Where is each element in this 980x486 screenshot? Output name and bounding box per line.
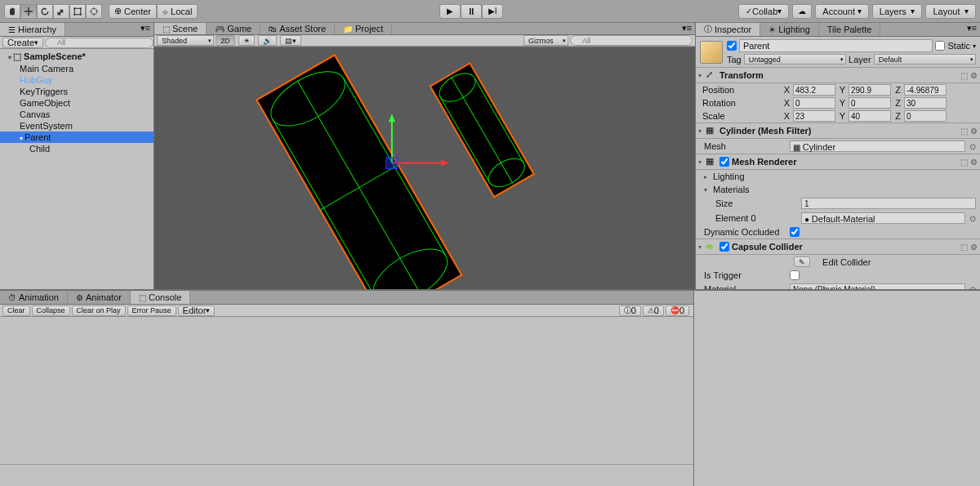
pos-y[interactable] xyxy=(849,84,891,96)
hierarchy-item[interactable]: Child xyxy=(0,143,154,154)
static-checkbox[interactable] xyxy=(935,41,945,51)
renderer-enabled[interactable] xyxy=(719,157,729,167)
scene-viewport[interactable] xyxy=(154,47,695,289)
layout-button[interactable]: Layout ▾ xyxy=(925,4,976,19)
hierarchy-item[interactable]: EventSystem xyxy=(0,120,154,132)
transform-icon: ⤢ xyxy=(706,69,717,81)
inspector-tab[interactable]: ⓘ Inspector xyxy=(696,23,760,36)
hierarchy-item[interactable]: Canvas xyxy=(0,109,154,120)
panel-menu-icon[interactable]: ▾≡ xyxy=(137,23,154,36)
error-pause-button[interactable]: Error Pause xyxy=(127,305,176,316)
mesh-field[interactable]: ▦ Cylinder xyxy=(790,140,965,152)
hierarchy-item[interactable]: HubGuy xyxy=(0,74,154,86)
hierarchy-item[interactable]: GameObject xyxy=(0,97,154,109)
physic-material-field[interactable]: None (Physic Material) xyxy=(790,283,965,289)
rot-y[interactable] xyxy=(849,97,891,109)
material-field[interactable]: ● Default-Material xyxy=(801,212,965,224)
hierarchy-search[interactable] xyxy=(45,38,154,48)
scene-tab[interactable]: ⬚ Scene xyxy=(154,23,207,34)
object-picker-icon[interactable]: ⊙ xyxy=(969,285,976,290)
object-picker-icon[interactable]: ⊙ xyxy=(969,214,976,223)
collider-enabled[interactable] xyxy=(719,242,729,252)
clear-on-play-button[interactable]: Clear on Play xyxy=(72,305,126,316)
account-button[interactable]: Account ▾ xyxy=(815,4,869,19)
rect-tool[interactable] xyxy=(69,4,86,19)
pivot-center-button[interactable]: ⊕Center xyxy=(109,4,157,19)
audio-toggle[interactable]: 🔊 xyxy=(258,35,277,46)
rect-icon xyxy=(73,7,82,16)
hierarchy-panel: ☰ Hierarchy ▾≡ Create ▾ ▾⬚ SampleScene* … xyxy=(0,23,154,289)
collapse-button[interactable]: Collapse xyxy=(32,305,70,316)
create-dropdown[interactable]: Create ▾ xyxy=(2,38,43,48)
materials-size[interactable] xyxy=(801,198,976,209)
hand-tool[interactable] xyxy=(4,4,20,19)
scene-root[interactable]: ▾⬚ SampleScene* xyxy=(0,51,154,63)
tag-dropdown[interactable]: Untagged xyxy=(744,54,846,65)
settings-icon[interactable]: ⚙ xyxy=(970,71,978,80)
settings-icon[interactable]: ⚙ xyxy=(970,127,978,136)
scale-z[interactable] xyxy=(904,110,947,122)
settings-icon[interactable]: ⚙ xyxy=(970,158,978,167)
rotate-tool[interactable] xyxy=(37,4,53,19)
rot-x[interactable] xyxy=(793,97,835,109)
help-icon[interactable]: ⬚ xyxy=(960,127,968,136)
object-picker-icon[interactable]: ⊙ xyxy=(969,142,976,151)
capsule-header[interactable]: ▾⬬ Capsule Collider ⬚ ⚙ xyxy=(696,239,980,255)
help-icon[interactable]: ⬚ xyxy=(960,243,968,252)
project-tab[interactable]: 📁 Project xyxy=(335,23,392,34)
settings-icon[interactable]: ⚙ xyxy=(970,243,978,252)
scale-x[interactable] xyxy=(793,110,835,122)
shading-dropdown[interactable]: Shaded xyxy=(157,35,214,46)
scale-tool[interactable] xyxy=(53,4,69,19)
lighting-tab[interactable]: ☀ Lighting xyxy=(760,23,819,36)
hierarchy-tab[interactable]: ☰ Hierarchy xyxy=(0,23,65,36)
panel-menu-icon[interactable]: ▾≡ xyxy=(964,23,980,36)
meshrenderer-header[interactable]: ▾▦ Mesh Renderer ⬚ ⚙ xyxy=(696,154,980,170)
hierarchy-item[interactable]: KeyTriggers xyxy=(0,86,154,97)
panel-menu-icon[interactable]: ▾≡ xyxy=(679,23,695,34)
layer-dropdown[interactable]: Default xyxy=(874,54,976,65)
animator-tab[interactable]: ⚙ Animator xyxy=(68,291,131,304)
warn-filter[interactable]: ⚠0 xyxy=(643,305,664,316)
is-trigger[interactable] xyxy=(790,270,800,280)
move-tool[interactable] xyxy=(20,4,37,19)
gameobject-name-field[interactable] xyxy=(739,39,933,52)
hierarchy-item-selected[interactable]: ▾Parent xyxy=(0,132,154,143)
help-icon[interactable]: ⬚ xyxy=(960,158,968,167)
editor-dropdown[interactable]: Editor ▾ xyxy=(178,305,216,316)
universal-tool[interactable] xyxy=(86,4,102,19)
dynamic-occluded[interactable] xyxy=(790,227,800,237)
pos-x[interactable] xyxy=(793,84,835,96)
gizmos-dropdown[interactable]: Gizmos xyxy=(523,35,568,46)
collab-button[interactable]: ✓ Collab ▾ xyxy=(738,4,789,19)
gameobject-icon xyxy=(700,41,723,64)
meshfilter-header[interactable]: ▾▦ Cylinder (Mesh Filter) ⬚ ⚙ xyxy=(696,123,980,139)
rot-z[interactable] xyxy=(904,97,947,109)
scene-toolbar: Shaded 2D ☀ 🔊 ▤▾ Gizmos xyxy=(154,35,695,47)
tile-palette-tab[interactable]: Tile Palette xyxy=(819,23,881,36)
help-icon[interactable]: ⬚ xyxy=(960,71,968,80)
error-filter[interactable]: ⛔0 xyxy=(666,305,689,316)
active-checkbox[interactable] xyxy=(727,41,737,51)
console-tab[interactable]: ⬚ Console xyxy=(131,291,190,304)
cloud-button[interactable]: ☁ xyxy=(792,4,812,19)
pivot-local-button[interactable]: ⟐Local xyxy=(157,4,198,19)
2d-toggle[interactable]: 2D xyxy=(216,35,235,46)
edit-collider-button[interactable]: ✎ xyxy=(794,256,810,267)
scene-search[interactable] xyxy=(570,35,693,46)
step-button[interactable]: ▶I xyxy=(482,4,503,19)
transform-header[interactable]: ▾⤢ Transform ⬚ ⚙ xyxy=(696,67,980,83)
asset-store-tab[interactable]: 🛍 Asset Store xyxy=(261,23,335,34)
hierarchy-item[interactable]: Main Camera xyxy=(0,63,154,74)
pos-z[interactable] xyxy=(904,84,947,96)
info-filter[interactable]: ⓘ0 xyxy=(619,305,641,316)
layers-button[interactable]: Layers ▾ xyxy=(872,4,923,19)
scale-y[interactable] xyxy=(849,110,891,122)
pause-button[interactable]: II xyxy=(461,4,482,19)
lighting-toggle[interactable]: ☀ xyxy=(238,35,255,46)
game-tab[interactable]: 🎮 Game xyxy=(207,23,261,34)
fx-toggle[interactable]: ▤▾ xyxy=(280,35,301,46)
play-button[interactable]: ▶ xyxy=(439,4,461,19)
animation-tab[interactable]: ⏱ Animation xyxy=(0,291,68,304)
clear-button[interactable]: Clear xyxy=(2,305,30,316)
